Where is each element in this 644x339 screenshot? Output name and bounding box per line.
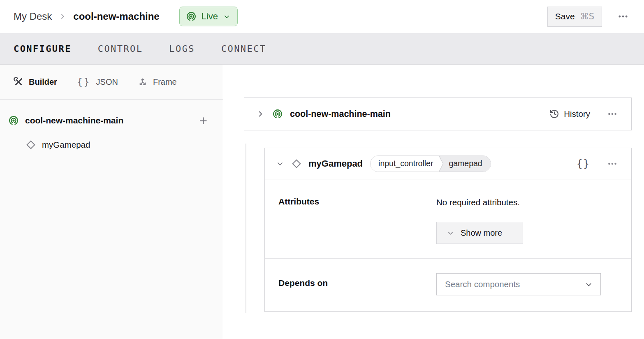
component-type-label: input_controller <box>371 156 439 172</box>
machine-tree: cool-new-machine-main myGamepad <box>0 100 223 153</box>
breadcrumb-parent-link[interactable]: My Desk <box>14 11 52 22</box>
part-card-menu-button[interactable] <box>604 106 621 122</box>
breadcrumb: My Desk cool-new-machine <box>14 11 160 22</box>
ellipsis-icon <box>607 109 618 119</box>
breadcrumb-current: cool-new-machine <box>73 11 159 22</box>
tree-part-label: cool-new-machine-main <box>25 116 123 125</box>
breadcrumb-chevron-icon <box>58 12 67 21</box>
top-bar-actions: Save ⌘S <box>547 7 632 27</box>
tree-item-part[interactable]: cool-new-machine-main <box>0 111 223 130</box>
component-diamond-icon <box>291 158 302 169</box>
config-sidebar: Builder {} JSON Frame <box>0 65 223 339</box>
braces-icon: {} <box>77 77 91 87</box>
view-toggle-frame[interactable]: Frame <box>138 77 177 87</box>
show-more-label: Show more <box>461 228 502 238</box>
content-area: Builder {} JSON Frame <box>0 65 644 339</box>
machine-part-icon <box>8 115 19 126</box>
show-more-button[interactable]: Show more <box>436 222 523 244</box>
topbar-overflow-menu-button[interactable] <box>614 8 632 25</box>
history-button[interactable]: History <box>549 109 590 119</box>
frame-axes-icon <box>138 77 148 87</box>
view-toggle-builder-label: Builder <box>29 77 57 87</box>
part-card-expand-button[interactable] <box>253 107 267 121</box>
component-card: myGamepad input_controller gamepad {} <box>264 148 632 312</box>
chevron-down-icon <box>447 229 454 237</box>
part-card-title: cool-new-machine-main <box>290 109 391 119</box>
chevron-down-icon <box>276 160 284 168</box>
machine-config-page: My Desk cool-new-machine Live Save ⌘S CO… <box>0 0 644 339</box>
machine-part-icon <box>272 109 283 119</box>
view-toggle-json-label: JSON <box>96 77 118 87</box>
view-toggle-frame-label: Frame <box>153 77 177 87</box>
tab-configure[interactable]: CONFIGURE <box>14 40 72 57</box>
component-card-menu-button[interactable] <box>604 156 621 172</box>
tree-item-component[interactable]: myGamepad <box>0 137 223 153</box>
depends-on-label: Depends on <box>278 278 436 295</box>
top-bar: My Desk cool-new-machine Live Save ⌘S <box>0 0 644 33</box>
machine-status-dropdown[interactable]: Live <box>179 7 238 26</box>
component-card-actions: {} <box>577 156 621 172</box>
chevron-down-icon <box>584 280 593 289</box>
attributes-section: Attributes No required attributes. Show … <box>265 179 631 259</box>
plus-icon <box>198 116 208 126</box>
add-component-button[interactable] <box>196 113 211 128</box>
view-toggle-json[interactable]: {} JSON <box>77 77 118 87</box>
view-toggle: Builder {} JSON Frame <box>0 65 223 100</box>
config-main-panel: cool-new-machine-main History <box>223 65 644 339</box>
component-card-collapse-button[interactable] <box>273 157 287 171</box>
ellipsis-icon <box>617 11 629 22</box>
chevron-right-icon <box>256 109 265 118</box>
tab-logs[interactable]: LOGS <box>169 40 195 57</box>
tab-bar: CONFIGURE CONTROL LOGS CONNECT <box>0 33 644 65</box>
save-button[interactable]: Save ⌘S <box>547 7 602 27</box>
attributes-content: No required attributes. Show more <box>436 197 620 244</box>
chevron-down-icon <box>223 13 231 21</box>
attributes-label: Attributes <box>278 197 436 244</box>
save-shortcut-hint: ⌘S <box>580 12 594 21</box>
depends-on-content: Search components <box>436 273 620 295</box>
component-type-badge: input_controller gamepad <box>370 156 491 172</box>
ellipsis-icon <box>607 158 618 169</box>
save-button-label: Save <box>555 12 575 21</box>
history-clock-icon <box>549 109 559 119</box>
attributes-empty-text: No required attributes. <box>436 197 620 208</box>
badge-chevron-divider-icon <box>439 156 445 172</box>
history-button-label: History <box>564 109 590 119</box>
tab-connect[interactable]: CONNECT <box>221 40 266 57</box>
live-status-label: Live <box>202 11 218 22</box>
live-broadcast-icon <box>186 11 197 22</box>
component-diamond-icon <box>25 139 36 150</box>
part-card-actions: History <box>549 106 621 122</box>
component-model-label: gamepad <box>445 156 490 172</box>
view-toggle-builder[interactable]: Builder <box>14 77 57 87</box>
part-card: cool-new-machine-main History <box>244 98 632 130</box>
raw-json-toggle-button[interactable]: {} <box>577 158 590 170</box>
depends-on-placeholder: Search components <box>445 279 520 289</box>
nesting-line <box>246 144 246 313</box>
tree-component-label: myGamepad <box>42 140 90 150</box>
tab-control[interactable]: CONTROL <box>98 40 143 57</box>
depends-on-select[interactable]: Search components <box>436 273 601 295</box>
tools-icon <box>14 77 23 87</box>
component-card-title: myGamepad <box>308 158 363 169</box>
depends-on-section: Depends on Search components <box>265 259 631 311</box>
component-card-header: myGamepad input_controller gamepad {} <box>265 148 631 179</box>
